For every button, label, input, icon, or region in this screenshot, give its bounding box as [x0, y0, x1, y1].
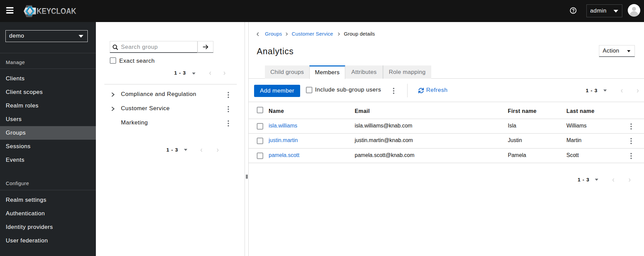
svg-text:KEYCLOAK: KEYCLOAK: [37, 7, 76, 16]
